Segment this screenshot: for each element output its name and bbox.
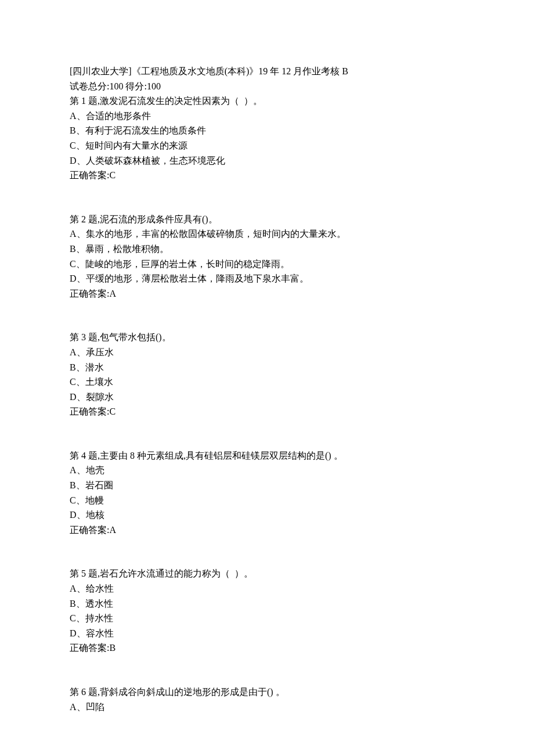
question-option: D、裂隙水	[70, 390, 464, 405]
question-option: A、承压水	[70, 345, 464, 360]
question-answer: 正确答案:C	[70, 404, 464, 419]
question-option: D、地核	[70, 507, 464, 523]
question-option: D、人类破坏森林植被，生态环境恶化	[70, 153, 464, 168]
question-option: A、合适的地形条件	[70, 109, 464, 124]
question-block: 第 2 题,泥石流的形成条件应具有()。A、集水的地形，丰富的松散固体破碎物质，…	[70, 212, 464, 301]
question-answer: 正确答案:C	[70, 168, 464, 183]
question-answer: 正确答案:A	[70, 286, 464, 301]
document-title: [四川农业大学]《工程地质及水文地质(本科)》19 年 12 月作业考核 B	[70, 64, 464, 79]
question-option: A、地壳	[70, 463, 464, 478]
question-option: B、暴雨，松散堆积物。	[70, 242, 464, 257]
question-stem: 第 4 题,主要由 8 种元素组成,具有硅铝层和硅镁层双层结构的是() 。	[70, 448, 464, 463]
question-stem: 第 6 题,背斜成谷向斜成山的逆地形的形成是由于() 。	[70, 685, 464, 700]
question-stem: 第 1 题,激发泥石流发生的决定性因素为（ ）。	[70, 93, 464, 109]
question-option: C、短时间内有大量水的来源	[70, 138, 464, 153]
spacer	[70, 537, 464, 566]
question-block: 第 6 题,背斜成谷向斜成山的逆地形的形成是由于() 。A、凹陷	[70, 685, 464, 714]
question-option: A、集水的地形，丰富的松散固体破碎物质，短时间内的大量来水。	[70, 226, 464, 242]
question-option: A、给水性	[70, 581, 464, 596]
question-option: B、岩石圈	[70, 478, 464, 493]
spacer	[70, 183, 464, 212]
question-option: B、有利于泥石流发生的地质条件	[70, 123, 464, 138]
question-block: 第 1 题,激发泥石流发生的决定性因素为（ ）。A、合适的地形条件B、有利于泥石…	[70, 93, 464, 183]
question-option: B、潜水	[70, 360, 464, 375]
question-option: B、透水性	[70, 596, 464, 611]
spacer	[70, 419, 464, 448]
question-option: D、平缓的地形，薄层松散岩土体，降雨及地下泉水丰富。	[70, 271, 464, 286]
question-block: 第 3 题,包气带水包括()。A、承压水B、潜水C、土壤水D、裂隙水正确答案:C	[70, 330, 464, 419]
question-stem: 第 3 题,包气带水包括()。	[70, 330, 464, 345]
question-stem: 第 2 题,泥石流的形成条件应具有()。	[70, 212, 464, 227]
question-block: 第 5 题,岩石允许水流通过的能力称为（ ）。A、给水性B、透水性C、持水性D、…	[70, 566, 464, 656]
question-option: C、持水性	[70, 611, 464, 626]
question-answer: 正确答案:A	[70, 523, 464, 538]
score-line: 试卷总分:100 得分:100	[70, 79, 464, 94]
question-answer: 正确答案:B	[70, 640, 464, 656]
question-block: 第 4 题,主要由 8 种元素组成,具有硅铝层和硅镁层双层结构的是() 。A、地…	[70, 448, 464, 538]
spacer	[70, 656, 464, 685]
question-option: D、容水性	[70, 626, 464, 641]
question-option: C、土壤水	[70, 375, 464, 390]
question-stem: 第 5 题,岩石允许水流通过的能力称为（ ）。	[70, 566, 464, 581]
question-option: A、凹陷	[70, 700, 464, 715]
question-option: C、陡峻的地形，巨厚的岩土体，长时间的稳定降雨。	[70, 257, 464, 272]
spacer	[70, 301, 464, 330]
questions-container: 第 1 题,激发泥石流发生的决定性因素为（ ）。A、合适的地形条件B、有利于泥石…	[70, 93, 464, 714]
question-option: C、地幔	[70, 493, 464, 508]
